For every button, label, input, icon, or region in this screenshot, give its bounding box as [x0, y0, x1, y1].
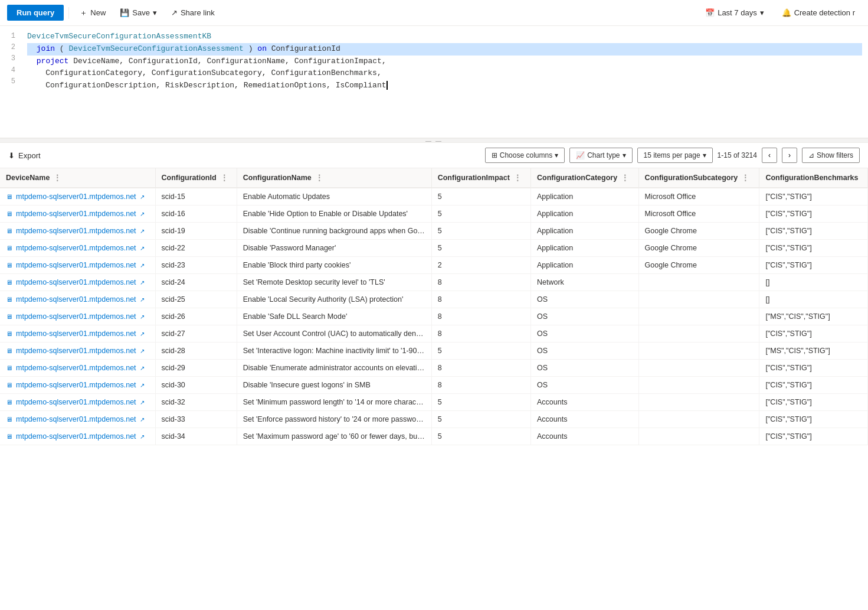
cell-subcategory — [638, 428, 759, 445]
cell-configname: Set 'Interactive logon: Machine inactivi… — [237, 342, 431, 360]
device-name-link[interactable]: mtpdemo-sqlserver01.mtpdemos.net — [16, 381, 136, 389]
show-filters-label: Show filters — [817, 151, 853, 159]
export-button[interactable]: ⬇ Export — [8, 151, 41, 160]
cell-configid: scid-15 — [155, 188, 237, 205]
device-name-link[interactable]: mtpdemo-sqlserver01.mtpdemos.net — [16, 278, 136, 286]
export-icon: ⬇ — [8, 151, 15, 160]
cell-impact: 8 — [431, 325, 530, 342]
device-name-link[interactable]: mtpdemo-sqlserver01.mtpdemos.net — [16, 432, 136, 441]
cell-impact: 5 — [431, 428, 530, 445]
table-row: 🖥 mtpdemo-sqlserver01.mtpdemos.net ↗ sci… — [0, 308, 868, 325]
toolbar-right: 📅 Last 7 days ▾ 🔔 Create detection r — [699, 5, 861, 21]
external-link-icon[interactable]: ↗ — [140, 348, 145, 354]
cell-subcategory: Google Chrome — [638, 240, 759, 257]
device-name-link[interactable]: mtpdemo-sqlserver01.mtpdemos.net — [16, 398, 136, 406]
cell-configid: scid-30 — [155, 377, 237, 394]
chart-type-button[interactable]: 📈 Chart type ▾ — [569, 148, 632, 163]
col-menu-configid-icon[interactable]: ⋮ — [220, 173, 228, 182]
external-link-icon[interactable]: ↗ — [140, 331, 145, 337]
external-link-icon[interactable]: ↗ — [140, 194, 145, 200]
cell-configid: scid-32 — [155, 394, 237, 411]
external-link-icon[interactable]: ↗ — [140, 296, 145, 303]
external-link-icon[interactable]: ↗ — [140, 314, 145, 320]
device-name-link[interactable]: mtpdemo-sqlserver01.mtpdemos.net — [16, 193, 136, 201]
run-query-button[interactable]: Run query — [7, 5, 64, 21]
cell-device: 🖥 mtpdemo-sqlserver01.mtpdemos.net ↗ — [0, 428, 155, 445]
code-content[interactable]: DeviceTvmSecureConfigurationAssessmentKB… — [21, 26, 868, 138]
table-row: 🖥 mtpdemo-sqlserver01.mtpdemos.net ↗ sci… — [0, 360, 868, 377]
cell-benchmarks: ["CIS","STIG"] — [759, 188, 868, 205]
device-name-link[interactable]: mtpdemo-sqlserver01.mtpdemos.net — [16, 210, 136, 218]
pagination-prev-button[interactable]: ‹ — [762, 148, 777, 163]
cell-configid: scid-24 — [155, 274, 237, 291]
device-cell: 🖥 mtpdemo-sqlserver01.mtpdemos.net ↗ — [6, 398, 149, 406]
device-name-link[interactable]: mtpdemo-sqlserver01.mtpdemos.net — [16, 312, 136, 321]
table-row: 🖥 mtpdemo-sqlserver01.mtpdemos.net ↗ sci… — [0, 291, 868, 308]
external-link-icon[interactable]: ↗ — [140, 279, 145, 286]
cell-subcategory — [638, 342, 759, 360]
cell-category: Network — [530, 274, 638, 291]
device-computer-icon: 🖥 — [6, 381, 12, 389]
col-menu-subcategory-icon[interactable]: ⋮ — [741, 173, 749, 182]
external-link-icon[interactable]: ↗ — [140, 228, 145, 234]
resize-handle[interactable]: — — — [0, 138, 868, 143]
device-name-link[interactable]: mtpdemo-sqlserver01.mtpdemos.net — [16, 244, 136, 252]
cell-category: Application — [530, 188, 638, 205]
pagination-next-button[interactable]: › — [782, 148, 797, 163]
col-menu-configname-icon[interactable]: ⋮ — [315, 173, 323, 182]
device-name-link[interactable]: mtpdemo-sqlserver01.mtpdemos.net — [16, 347, 136, 355]
pagination-info: 1-15 of 3214 — [718, 151, 757, 159]
create-detection-button[interactable]: 🔔 Create detection r — [776, 5, 861, 21]
cell-subcategory — [638, 291, 759, 308]
device-name-link[interactable]: mtpdemo-sqlserver01.mtpdemos.net — [16, 330, 136, 338]
time-range-button[interactable]: 📅 Last 7 days ▾ — [699, 5, 770, 21]
col-menu-category-icon[interactable]: ⋮ — [621, 173, 629, 182]
choose-columns-button[interactable]: ⊞ Choose columns ▾ — [485, 148, 565, 163]
export-label: Export — [18, 151, 41, 160]
code-editor[interactable]: 1 2 3 4 5 DeviceTvmSecureConfigurationAs… — [0, 26, 868, 138]
device-name-link[interactable]: mtpdemo-sqlserver01.mtpdemos.net — [16, 261, 136, 269]
code-line-3: project DeviceName, ConfigurationId, Con… — [27, 56, 862, 68]
table-row: 🖥 mtpdemo-sqlserver01.mtpdemos.net ↗ sci… — [0, 188, 868, 205]
device-cell: 🖥 mtpdemo-sqlserver01.mtpdemos.net ↗ — [6, 261, 149, 269]
device-name-link[interactable]: mtpdemo-sqlserver01.mtpdemos.net — [16, 295, 136, 304]
external-link-icon[interactable]: ↗ — [140, 245, 145, 252]
new-button[interactable]: ＋ New — [74, 4, 112, 22]
device-name-link[interactable]: mtpdemo-sqlserver01.mtpdemos.net — [16, 364, 136, 372]
results-toolbar: ⬇ Export ⊞ Choose columns ▾ 📈 Chart type… — [0, 143, 868, 168]
share-link-button[interactable]: ↗ Share link — [165, 5, 221, 21]
external-link-icon[interactable]: ↗ — [140, 262, 145, 269]
code-line-1: DeviceTvmSecureConfigurationAssessmentKB — [27, 31, 862, 43]
cell-device: 🖥 mtpdemo-sqlserver01.mtpdemos.net ↗ — [0, 394, 155, 411]
device-name-link[interactable]: mtpdemo-sqlserver01.mtpdemos.net — [16, 415, 136, 423]
table-row: 🖥 mtpdemo-sqlserver01.mtpdemos.net ↗ sci… — [0, 325, 868, 342]
cell-subcategory — [638, 411, 759, 428]
cell-configname: Set 'Remote Desktop security level' to '… — [237, 274, 431, 291]
cell-configid: scid-25 — [155, 291, 237, 308]
show-filters-button[interactable]: ⊿ Show filters — [802, 148, 860, 163]
device-cell: 🖥 mtpdemo-sqlserver01.mtpdemos.net ↗ — [6, 312, 149, 321]
device-cell: 🖥 mtpdemo-sqlserver01.mtpdemos.net ↗ — [6, 432, 149, 441]
cell-category: OS — [530, 291, 638, 308]
col-menu-impact-icon[interactable]: ⋮ — [513, 173, 522, 182]
cell-category: Accounts — [530, 411, 638, 428]
save-button[interactable]: 💾 Save ▾ — [114, 5, 163, 21]
external-link-icon[interactable]: ↗ — [140, 433, 145, 440]
device-name-link[interactable]: mtpdemo-sqlserver01.mtpdemos.net — [16, 227, 136, 235]
external-link-icon[interactable]: ↗ — [140, 416, 145, 423]
external-link-icon[interactable]: ↗ — [140, 382, 145, 389]
cell-benchmarks: ["MS","CIS","STIG"] — [759, 308, 868, 325]
cell-configname: Enable 'Block third party cookies' — [237, 257, 431, 274]
columns-icon: ⊞ — [492, 151, 497, 159]
external-link-icon[interactable]: ↗ — [140, 211, 145, 217]
items-per-page-chevron-icon: ▾ — [703, 151, 706, 159]
external-link-icon[interactable]: ↗ — [140, 399, 145, 406]
external-link-icon[interactable]: ↗ — [140, 365, 145, 371]
table-row: 🖥 mtpdemo-sqlserver01.mtpdemos.net ↗ sci… — [0, 342, 868, 360]
device-cell: 🖥 mtpdemo-sqlserver01.mtpdemos.net ↗ — [6, 364, 149, 372]
col-menu-device-icon[interactable]: ⋮ — [53, 173, 61, 182]
device-cell: 🖥 mtpdemo-sqlserver01.mtpdemos.net ↗ — [6, 347, 149, 355]
items-per-page-button[interactable]: 15 items per page ▾ — [637, 148, 713, 163]
cell-benchmarks: [] — [759, 291, 868, 308]
device-cell: 🖥 mtpdemo-sqlserver01.mtpdemos.net ↗ — [6, 193, 149, 201]
